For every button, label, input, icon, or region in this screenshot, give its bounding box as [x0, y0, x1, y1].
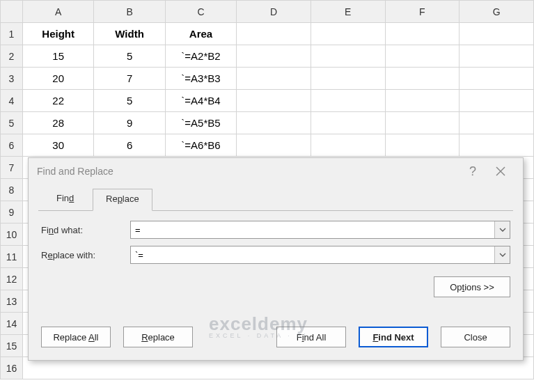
- col-header-B[interactable]: B: [94, 1, 165, 23]
- cell-A1[interactable]: Height: [23, 23, 94, 45]
- close-icon[interactable]: [487, 158, 515, 185]
- cell-C6[interactable]: `=A6*B6: [165, 134, 236, 157]
- row-header-4[interactable]: 4: [1, 90, 23, 112]
- row-header-15[interactable]: 15: [1, 335, 23, 357]
- replace-with-dropdown[interactable]: [494, 246, 510, 263]
- tab-replace-label: Replace: [106, 194, 139, 204]
- row-header-5[interactable]: 5: [1, 112, 23, 134]
- row-header-6[interactable]: 6: [1, 134, 23, 157]
- cell-F4[interactable]: [385, 90, 460, 112]
- options-button-label: Options >>: [450, 282, 494, 292]
- replace-with-input[interactable]: [131, 246, 494, 263]
- cell-B6[interactable]: 6: [94, 134, 165, 157]
- cell-C1[interactable]: Area: [165, 23, 236, 45]
- col-header-C[interactable]: C: [165, 1, 236, 23]
- tab-find-label: Find: [56, 193, 74, 203]
- cell-A4[interactable]: 22: [23, 90, 94, 112]
- col-header-E[interactable]: E: [311, 1, 385, 23]
- row-header-11[interactable]: 11: [1, 246, 23, 268]
- find-next-label: Find Next: [372, 332, 414, 343]
- cell-D5[interactable]: [237, 112, 311, 134]
- row-header-3[interactable]: 3: [1, 68, 23, 90]
- cell-B3[interactable]: 7: [94, 68, 165, 90]
- row-header-16[interactable]: 16: [1, 357, 23, 379]
- cell-F5[interactable]: [385, 112, 460, 134]
- col-header-F[interactable]: F: [385, 1, 460, 23]
- cell-E6[interactable]: [311, 134, 385, 157]
- cell-E1[interactable]: [311, 23, 385, 45]
- cell-A6[interactable]: 30: [23, 134, 94, 157]
- find-next-button[interactable]: Find Next: [359, 327, 428, 347]
- cell-B5[interactable]: 9: [94, 112, 165, 134]
- cell-D6[interactable]: [237, 134, 311, 157]
- cell-A2[interactable]: 15: [23, 45, 94, 68]
- row-header-10[interactable]: 10: [1, 224, 23, 246]
- chevron-down-icon: [499, 253, 506, 257]
- cell-F6[interactable]: [385, 134, 460, 157]
- replace-button[interactable]: Replace: [123, 327, 193, 347]
- col-header-G[interactable]: G: [460, 1, 534, 23]
- row-header-8[interactable]: 8: [1, 179, 23, 201]
- cell-G1[interactable]: [460, 23, 534, 45]
- replace-with-label: Replace with:: [41, 250, 130, 260]
- cell-E5[interactable]: [311, 112, 385, 134]
- row-header-1[interactable]: 1: [1, 23, 23, 45]
- row-header-12[interactable]: 12: [1, 268, 23, 290]
- help-button[interactable]: ?: [459, 158, 487, 185]
- row-header-14[interactable]: 14: [1, 313, 23, 335]
- cell-D1[interactable]: [237, 23, 311, 45]
- row-header-7[interactable]: 7: [1, 157, 23, 179]
- row-header-2[interactable]: 2: [1, 45, 23, 68]
- close-button[interactable]: Close: [441, 327, 510, 347]
- replace-all-label: Replace All: [53, 332, 98, 343]
- find-all-label: Find All: [297, 332, 327, 343]
- col-header-A[interactable]: A: [23, 1, 94, 23]
- cell-C2[interactable]: `=A2*B2: [165, 45, 236, 68]
- cell-B2[interactable]: 5: [94, 45, 165, 68]
- find-what-dropdown[interactable]: [494, 221, 510, 238]
- cell-B4[interactable]: 5: [94, 90, 165, 112]
- find-what-input[interactable]: [131, 221, 494, 238]
- find-what-combo[interactable]: [130, 221, 510, 239]
- find-what-label: Find what:: [41, 225, 130, 235]
- cell-C3[interactable]: `=A3*B3: [165, 68, 236, 90]
- cell-D4[interactable]: [237, 90, 311, 112]
- cell-E3[interactable]: [311, 68, 385, 90]
- cell-F3[interactable]: [385, 68, 460, 90]
- cell-G6[interactable]: [460, 134, 534, 157]
- cell-A5[interactable]: 28: [23, 112, 94, 134]
- cell-F2[interactable]: [385, 45, 460, 68]
- find-replace-dialog: Find and Replace ? Find Replace Find wha…: [28, 157, 524, 361]
- cell-A3[interactable]: 20: [23, 68, 94, 90]
- replace-label: Replace: [141, 332, 175, 343]
- cell-D2[interactable]: [237, 45, 311, 68]
- replace-with-combo[interactable]: [130, 246, 510, 264]
- cell-G4[interactable]: [460, 90, 534, 112]
- dialog-tabs: Find Replace: [38, 189, 513, 211]
- options-button[interactable]: Options >>: [434, 276, 510, 297]
- cell-B1[interactable]: Width: [94, 23, 165, 45]
- tab-find[interactable]: Find: [44, 189, 86, 211]
- select-all-corner[interactable]: [1, 1, 23, 23]
- cell-G5[interactable]: [460, 112, 534, 134]
- row-header-9[interactable]: 9: [1, 201, 23, 224]
- cell-D3[interactable]: [237, 68, 311, 90]
- row-header-13[interactable]: 13: [1, 290, 23, 313]
- replace-all-button[interactable]: Replace All: [41, 327, 111, 347]
- cell-C4[interactable]: `=A4*B4: [165, 90, 236, 112]
- col-header-D[interactable]: D: [237, 1, 311, 23]
- cell-G3[interactable]: [460, 68, 534, 90]
- find-all-button[interactable]: Find All: [276, 327, 346, 347]
- cell-G2[interactable]: [460, 45, 534, 68]
- cell-E4[interactable]: [311, 90, 385, 112]
- cell-F1[interactable]: [385, 23, 460, 45]
- cell-C5[interactable]: `=A5*B5: [165, 112, 236, 134]
- chevron-down-icon: [499, 228, 506, 232]
- cell-E2[interactable]: [311, 45, 385, 68]
- dialog-title: Find and Replace: [37, 166, 113, 177]
- dialog-titlebar[interactable]: Find and Replace ?: [29, 158, 523, 185]
- tab-replace[interactable]: Replace: [93, 189, 152, 211]
